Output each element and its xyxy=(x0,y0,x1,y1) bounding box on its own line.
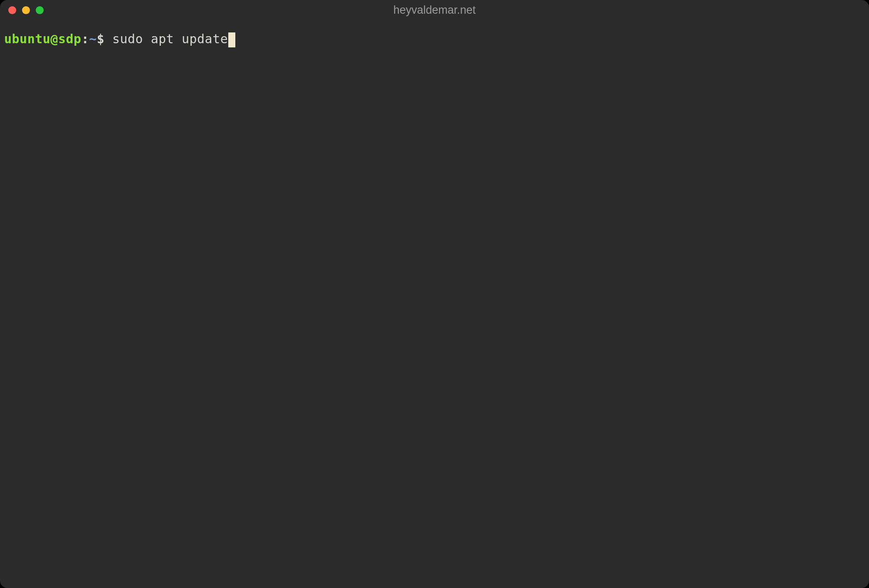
prompt-user-host: ubuntu@sdp xyxy=(4,32,81,47)
command-text: sudo apt update xyxy=(112,32,228,47)
traffic-lights xyxy=(8,6,44,14)
prompt-symbol: $ xyxy=(97,32,112,47)
close-icon[interactable] xyxy=(8,6,16,14)
terminal-window: heyvaldemar.net ubuntu@sdp:~$ sudo apt u… xyxy=(0,0,869,588)
minimize-icon[interactable] xyxy=(22,6,30,14)
maximize-icon[interactable] xyxy=(36,6,44,14)
prompt-colon: : xyxy=(81,32,89,47)
titlebar: heyvaldemar.net xyxy=(0,0,869,20)
window-title: heyvaldemar.net xyxy=(393,4,476,17)
prompt-line: ubuntu@sdp:~$ sudo apt update xyxy=(4,32,865,47)
prompt-path: ~ xyxy=(89,32,97,47)
terminal-body[interactable]: ubuntu@sdp:~$ sudo apt update xyxy=(0,20,869,51)
cursor-icon xyxy=(228,32,235,47)
